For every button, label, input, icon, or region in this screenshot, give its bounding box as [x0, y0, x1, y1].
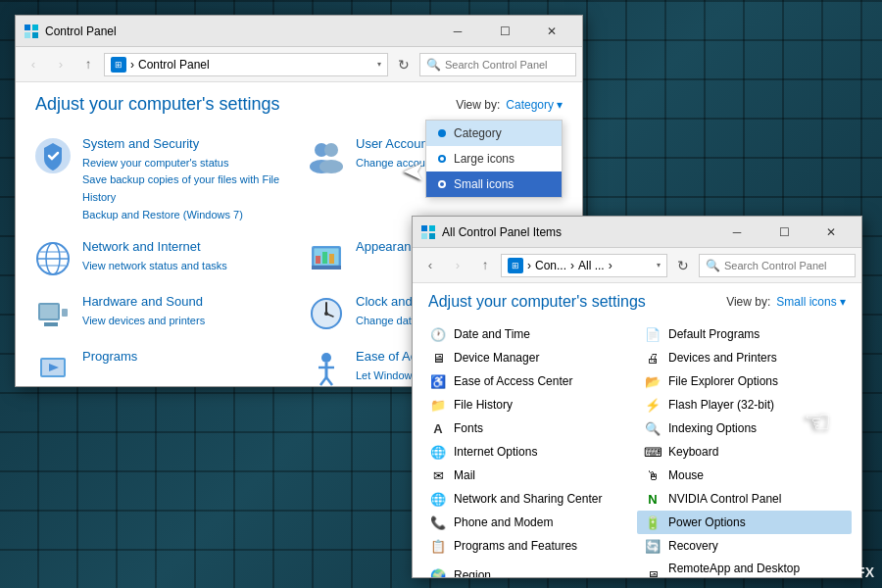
window2-content: Adjust your computer's settings View by:… — [413, 283, 861, 577]
item-file-explorer-options[interactable]: 📂 File Explorer Options — [637, 369, 852, 393]
window2-navbar: ‹ › ↑ ⊞ › Con... › All ... › ▾ ↻ 🔍 — [413, 248, 861, 283]
window2-app-icon — [420, 224, 436, 240]
hardware-link-1[interactable]: View devices and printers — [82, 313, 205, 330]
item-indexing-options[interactable]: 🔍 Indexing Options — [637, 416, 852, 440]
phone-modem-icon: 📞 — [430, 514, 446, 530]
minimize-button[interactable]: ─ — [435, 18, 480, 45]
svg-point-6 — [324, 143, 338, 157]
window2-close-button[interactable]: ✕ — [808, 219, 854, 246]
item-network-sharing[interactable]: 🌐 Network and Sharing Center — [422, 487, 637, 511]
mouse-icon: 🖱 — [645, 467, 661, 483]
hardware-title: Hardware and Sound — [82, 294, 205, 311]
address-dropdown-chevron[interactable]: ▾ — [377, 60, 381, 69]
svg-point-8 — [319, 160, 343, 173]
forward-button[interactable]: › — [49, 53, 73, 76]
svg-rect-0 — [24, 24, 30, 30]
item-nvidia[interactable]: N NVIDIA Control Panel — [637, 487, 852, 511]
window2-search-icon: 🔍 — [706, 259, 720, 272]
category-hardware[interactable]: Hardware and Sound View devices and prin… — [27, 288, 297, 339]
maximize-button[interactable]: ☐ — [482, 18, 527, 45]
item-mail[interactable]: ✉ Mail — [422, 464, 637, 487]
window2-viewby-label: View by: — [726, 295, 770, 309]
address-icon: ⊞ — [111, 57, 126, 73]
svg-line-38 — [326, 377, 332, 385]
svg-rect-39 — [421, 225, 427, 231]
system-security-link-3[interactable]: Backup and Restore (Windows 7) — [82, 207, 291, 224]
viewby-chevron-icon: ▾ — [557, 98, 563, 112]
item-ease-access[interactable]: ♿ Ease of Access Center — [422, 369, 637, 393]
hardware-content: Hardware and Sound View devices and prin… — [82, 294, 205, 329]
window2-minimize-button[interactable]: ─ — [714, 219, 760, 246]
window2-refresh-button[interactable]: ↻ — [671, 254, 695, 277]
recovery-icon: 🔄 — [645, 538, 661, 554]
indexing-icon: 🔍 — [645, 420, 661, 436]
item-keyboard[interactable]: ⌨ Keyboard — [637, 440, 852, 464]
item-file-history[interactable]: 📁 File History — [422, 393, 637, 416]
search-bar[interactable]: 🔍 — [419, 53, 576, 76]
default-programs-label: Default Programs — [668, 327, 760, 341]
item-power-options[interactable]: 🔋 Power Options — [637, 511, 852, 534]
dropdown-label-category: Category — [454, 126, 502, 140]
back-button[interactable]: ‹ — [22, 53, 45, 76]
system-security-link-1[interactable]: Review your computer's status — [82, 155, 291, 172]
refresh-button[interactable]: ↻ — [392, 53, 416, 76]
window2-titlebar: All Control Panel Items ─ ☐ ✕ — [413, 217, 861, 248]
window2-address-sep2: › — [570, 259, 574, 272]
item-phone-modem[interactable]: 📞 Phone and Modem — [422, 511, 637, 534]
svg-rect-3 — [32, 32, 38, 38]
dropdown-label-large: Large icons — [454, 152, 514, 166]
dropdown-item-small-icons[interactable]: Small icons — [426, 172, 562, 197]
viewby-dropdown-menu: Category Large icons Small icons — [425, 120, 563, 198]
date-time-label: Date and Time — [454, 327, 530, 341]
window2-forward-button[interactable]: › — [446, 254, 469, 277]
window2-up-button[interactable]: ↑ — [473, 254, 497, 277]
region-icon: 🌍 — [430, 567, 446, 577]
appearance-icon — [307, 239, 346, 278]
close-button[interactable]: ✕ — [529, 18, 574, 45]
clock-icon — [307, 294, 346, 333]
user-accounts-icon — [307, 136, 346, 175]
mail-label: Mail — [454, 468, 475, 482]
window2-address-icon: ⊞ — [508, 258, 523, 273]
window2-maximize-button[interactable]: ☐ — [761, 219, 807, 246]
window2-controls: ─ ☐ ✕ — [714, 219, 854, 246]
address-value: Control Panel — [138, 58, 210, 72]
item-region[interactable]: 🌍 Region — [422, 558, 637, 577]
item-default-programs[interactable]: 📄 Default Programs — [637, 322, 852, 346]
small-icons-header: Adjust your computer's settings View by:… — [413, 283, 861, 317]
category-system-security[interactable]: System and Security Review your computer… — [27, 130, 297, 229]
item-devices-printers[interactable]: 🖨 Devices and Printers — [637, 346, 852, 369]
network-sharing-icon: 🌐 — [430, 491, 446, 507]
search-input[interactable] — [445, 59, 569, 71]
window2-search-input[interactable] — [724, 260, 849, 271]
window2-page-title: Adjust your computer's settings — [428, 293, 646, 311]
window2-search-bar[interactable]: 🔍 — [699, 254, 856, 277]
item-flash-player[interactable]: ⚡ Flash Player (32-bit) — [637, 393, 852, 416]
up-button[interactable]: ↑ — [76, 53, 100, 76]
network-link-1[interactable]: View network status and tasks — [82, 258, 227, 275]
window2-address-bar[interactable]: ⊞ › Con... › All ... › ▾ — [501, 254, 667, 277]
system-security-icon — [33, 136, 73, 175]
window2-viewby-value[interactable]: Small icons ▾ — [776, 295, 846, 309]
dropdown-item-category[interactable]: Category — [426, 121, 562, 146]
item-date-time[interactable]: 🕐 Date and Time — [422, 322, 637, 346]
viewby-dropdown-button[interactable]: Category ▾ — [506, 98, 563, 112]
item-recovery[interactable]: 🔄 Recovery — [637, 534, 852, 558]
item-programs-features[interactable]: 📋 Programs and Features — [422, 534, 637, 558]
internet-options-label: Internet Options — [454, 445, 537, 459]
address-bar[interactable]: ⊞ › Control Panel ▾ — [104, 53, 388, 76]
item-fonts[interactable]: A Fonts — [422, 416, 637, 440]
item-internet-options[interactable]: 🌐 Internet Options — [422, 440, 637, 464]
window2-address-dropdown[interactable]: ▾ — [657, 261, 661, 270]
category-programs[interactable]: Programs — [27, 343, 297, 386]
dropdown-item-large-icons[interactable]: Large icons — [426, 146, 562, 172]
window2-back-button[interactable]: ‹ — [418, 254, 442, 277]
system-security-link-2[interactable]: Save backup copies of your files with Fi… — [82, 172, 291, 206]
mouse-label: Mouse — [668, 468, 704, 482]
file-explorer-icon: 📂 — [645, 373, 661, 389]
dropdown-label-small: Small icons — [454, 177, 514, 191]
category-network[interactable]: Network and Internet View network status… — [27, 233, 297, 284]
item-device-manager[interactable]: 🖥 Device Manager — [422, 346, 637, 369]
item-mouse[interactable]: 🖱 Mouse — [637, 464, 852, 487]
keyboard-label: Keyboard — [668, 445, 718, 459]
